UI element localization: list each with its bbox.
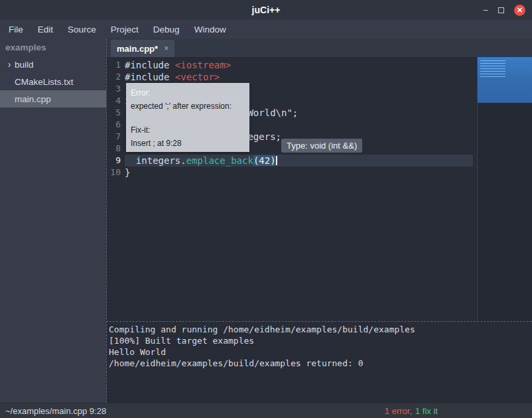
terminal-line: /home/eidheim/examples/build/examples re… [109, 358, 532, 369]
code-text: #include <vector> [125, 71, 220, 83]
titlebar[interactable]: juCi++ − ✕ [0, 0, 532, 20]
tab-main-cpp[interactable]: main.cpp* × [111, 40, 174, 57]
sidebar-item-cmakelists-txt[interactable]: CMakeLists.txt [0, 73, 106, 90]
code-token: emplace_back [186, 155, 253, 166]
maximize-button[interactable] [498, 7, 504, 13]
code-token: <vector> [175, 72, 220, 82]
sidebar-item-label: CMakeLists.txt [15, 77, 74, 87]
menu-file[interactable]: File [1, 20, 31, 38]
overview-map-code-lines [480, 60, 505, 78]
line-number: 4 [106, 95, 125, 107]
code-token: integers. [125, 155, 186, 166]
code-line[interactable]: 10} [106, 167, 532, 178]
window-title: juCi++ [252, 5, 281, 15]
overview-map[interactable] [478, 57, 532, 103]
code-line[interactable]: 2#include <vector> [106, 71, 532, 83]
status-diagnostics: 1 error, 1 fix it [385, 406, 438, 416]
status-error-count: 1 error, [385, 406, 412, 416]
line-number: 10 [106, 167, 125, 178]
diagnostic-tooltip-spacer [131, 113, 245, 123]
type-tooltip: Type: void (int &&) [281, 139, 362, 153]
sidebar-item-main-cpp[interactable]: main.cpp [0, 90, 106, 107]
code-token: (42) [253, 155, 276, 166]
terminal-line: Hello World [109, 346, 532, 358]
maximize-icon [498, 7, 504, 13]
chevron-right-icon[interactable]: › [4, 59, 15, 70]
file-tree-sidebar: examples ›buildCMakeLists.txtmain.cpp [0, 38, 106, 403]
sidebar-item-build[interactable]: ›build [0, 56, 106, 73]
diagnostic-tooltip: Error: expected ';' after expression: Fi… [126, 83, 249, 152]
line-number: 8 [106, 143, 125, 155]
diagnostic-tooltip-title: Error: [131, 86, 245, 100]
line-number: 2 [106, 71, 125, 83]
text-caret [276, 156, 277, 165]
close-button[interactable]: ✕ [514, 5, 525, 16]
line-number: 3 [106, 83, 125, 95]
code-token: } [125, 167, 130, 178]
tab-label: main.cpp* [117, 44, 158, 54]
line-number: 9 [106, 155, 125, 167]
terminal-output: Compiling and running /home/eidheim/exam… [106, 321, 532, 403]
window-controls: − ✕ [483, 0, 525, 20]
terminal-line: Compiling and running /home/eidheim/exam… [109, 324, 532, 335]
menu-debug[interactable]: Debug [146, 20, 187, 38]
statusbar: ~/examples/main.cpp 9:28 1 error, 1 fix … [0, 403, 532, 418]
code-token: #include [125, 72, 175, 82]
code-text: integers.emplace_back(42) [125, 155, 473, 167]
code-line[interactable]: 9 integers.emplace_back(42) [106, 155, 532, 167]
sidebar-item-label: build [15, 60, 34, 70]
terminal-line: [100%] Built target examples [109, 335, 532, 346]
code-token: #include [125, 60, 175, 70]
tabstrip: main.cpp* × [106, 38, 532, 57]
code-text: #include <iostream> [125, 59, 231, 71]
app-window: juCi++ − ✕ FileEditSourceProjectDebugWin… [0, 0, 532, 418]
code-text: } [125, 167, 130, 178]
menu-source[interactable]: Source [60, 20, 103, 38]
line-number: 5 [106, 107, 125, 119]
line-number: 6 [106, 119, 125, 131]
menu-edit[interactable]: Edit [31, 20, 60, 38]
line-number: 7 [106, 131, 125, 143]
minimize-button[interactable]: − [483, 5, 488, 15]
status-fixit-count: 1 fix it [415, 406, 438, 416]
sidebar-item-label: main.cpp [15, 94, 51, 104]
diagnostic-tooltip-message: expected ';' after expression: [131, 100, 245, 113]
menubar: FileEditSourceProjectDebugWindow [0, 20, 532, 38]
code-token: <iostream> [175, 60, 231, 70]
menu-project[interactable]: Project [103, 20, 146, 38]
pane-separator-vertical[interactable] [106, 38, 107, 403]
menu-window[interactable]: Window [187, 20, 233, 38]
project-name-header: examples [0, 38, 106, 56]
code-line[interactable]: 1#include <iostream> [106, 59, 532, 71]
diagnostic-tooltip-fixit-action: Insert ; at 9:28 [131, 137, 245, 150]
file-tree: ›buildCMakeLists.txtmain.cpp [0, 56, 106, 107]
diagnostic-tooltip-fixit-title: Fix-it: [131, 123, 245, 137]
code-editor[interactable]: 1#include <iostream>2#include <vector>34… [106, 57, 532, 321]
tab-close-icon[interactable]: × [164, 44, 168, 53]
status-file-location: ~/examples/main.cpp 9:28 [5, 406, 106, 416]
line-number: 1 [106, 59, 125, 71]
